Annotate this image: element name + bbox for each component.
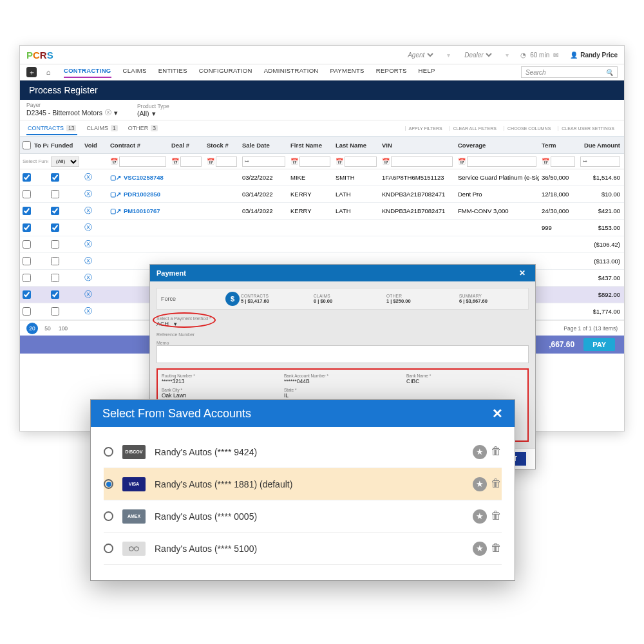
nav-administration[interactable]: ADMINISTRATION xyxy=(264,67,319,78)
row-checkbox[interactable] xyxy=(23,257,31,265)
tab-claims[interactable]: CLAIMS1 xyxy=(85,122,118,134)
nav-claims[interactable]: CLAIMS xyxy=(123,67,147,78)
row-checkbox[interactable] xyxy=(23,223,31,232)
agent-select[interactable]: Agent xyxy=(405,51,435,59)
delete-button[interactable]: 🗑 xyxy=(491,542,502,556)
tab-other[interactable]: OTHER3 xyxy=(127,122,159,134)
due-filter[interactable] xyxy=(580,156,620,167)
payer-select[interactable]: D2345 - Bitterroot Motorsⓧ ▾ xyxy=(26,108,118,117)
table-row[interactable]: ⓧ 999 $153.00 xyxy=(20,220,624,236)
radio-button[interactable] xyxy=(104,447,113,457)
delete-button[interactable]: 🗑 xyxy=(491,477,502,491)
lastname-filter[interactable] xyxy=(345,156,377,167)
table-row[interactable]: ⓧ ($106.42) xyxy=(20,236,624,253)
radio-button[interactable] xyxy=(104,544,113,553)
add-button[interactable]: ＋ xyxy=(26,67,37,77)
row-checkbox[interactable] xyxy=(51,190,59,198)
nav-contracting[interactable]: CONTRACTING xyxy=(64,67,111,78)
favorite-button[interactable]: ★ xyxy=(473,509,487,524)
coverage-filter[interactable] xyxy=(467,156,536,167)
nav-payments[interactable]: PAYMENTS xyxy=(330,67,365,78)
reference-number-field[interactable]: Reference Number xyxy=(156,332,529,337)
nav-reports[interactable]: REPORTS xyxy=(376,67,407,78)
void-icon[interactable]: ⓧ xyxy=(84,205,92,216)
row-checkbox[interactable] xyxy=(23,207,31,215)
void-icon[interactable]: ⓧ xyxy=(84,272,92,283)
row-checkbox[interactable] xyxy=(51,173,59,182)
row-checkbox[interactable] xyxy=(51,240,59,249)
clear-payer-icon[interactable]: ⓧ xyxy=(105,108,111,117)
table-row[interactable]: ⓧ ▢↗PM10010767 03/14/2022 KERRY LATH KND… xyxy=(20,203,624,220)
pagesize-100[interactable]: 100 xyxy=(57,323,69,334)
saved-account-row[interactable]: DISCOV Randy's Autos (**** 9424) ★ 🗑 xyxy=(104,436,502,468)
deal-filter[interactable] xyxy=(180,156,202,167)
apply-filters-button[interactable]: APPLY FILTERS xyxy=(405,126,446,131)
mail-icon[interactable]: ✉ xyxy=(553,52,558,59)
row-checkbox[interactable] xyxy=(51,257,59,265)
void-icon[interactable]: ⓧ xyxy=(84,256,92,267)
vin-filter[interactable] xyxy=(391,156,453,167)
row-checkbox[interactable] xyxy=(23,173,31,182)
void-icon[interactable]: ⓧ xyxy=(84,289,92,300)
payment-method-select[interactable]: Select a Payment Method * ACH ▾ xyxy=(156,314,529,328)
select-all-checkbox[interactable] xyxy=(23,141,31,149)
table-row[interactable]: ⓧ ▢↗VSC10258748 03/22/2022 MIKE SMITH 1F… xyxy=(20,169,624,186)
close-icon[interactable]: ✕ xyxy=(516,267,529,279)
row-checkbox[interactable] xyxy=(51,290,59,299)
row-checkbox[interactable] xyxy=(23,290,31,299)
choose-columns-button[interactable]: CHOOSE COLUMNS xyxy=(504,126,554,131)
row-checkbox[interactable] xyxy=(51,307,59,316)
nav-entities[interactable]: ENTITIES xyxy=(158,67,187,78)
pagesize-50[interactable]: 50 xyxy=(42,323,53,334)
row-checkbox[interactable] xyxy=(23,190,31,198)
favorite-button[interactable]: ★ xyxy=(473,477,487,491)
open-icon[interactable]: ▢↗ xyxy=(110,191,121,198)
close-icon[interactable]: ✕ xyxy=(492,406,503,421)
void-icon[interactable]: ⓧ xyxy=(84,239,92,250)
funded-filter[interactable]: (All) xyxy=(51,156,79,167)
contract-link[interactable]: VSC10258748 xyxy=(124,174,164,181)
pay-button[interactable]: PAY xyxy=(583,338,615,351)
void-icon[interactable]: ⓧ xyxy=(84,172,92,183)
nav-configuration[interactable]: CONFIGURATION xyxy=(199,67,252,78)
void-icon[interactable]: ⓧ xyxy=(84,306,92,317)
open-icon[interactable]: ▢↗ xyxy=(110,207,121,214)
row-checkbox[interactable] xyxy=(51,274,59,282)
pagesize-20[interactable]: 20 xyxy=(26,323,38,334)
row-checkbox[interactable] xyxy=(51,207,59,215)
clear-filters-button[interactable]: CLEAR ALL FILTERS xyxy=(450,126,500,131)
home-button[interactable]: ⌂ xyxy=(43,67,53,77)
table-row[interactable]: ⓧ ▢↗PDR1002850 03/14/2022 KERRY LATH KND… xyxy=(20,186,624,203)
saved-account-row[interactable]: AMEX Randy's Autos (**** 0005) ★ 🗑 xyxy=(104,500,502,533)
row-checkbox[interactable] xyxy=(23,240,31,249)
void-icon[interactable]: ⓧ xyxy=(84,189,92,200)
radio-button[interactable] xyxy=(104,479,113,489)
delete-button[interactable]: 🗑 xyxy=(491,445,502,459)
contract-link[interactable]: PM10010767 xyxy=(124,207,160,214)
memo-field[interactable]: Memo xyxy=(156,341,529,365)
delete-button[interactable]: 🗑 xyxy=(491,509,502,524)
contract-filter[interactable] xyxy=(119,156,166,167)
radio-button[interactable] xyxy=(104,511,113,521)
firstname-filter[interactable] xyxy=(299,156,330,167)
term-filter[interactable] xyxy=(551,156,575,167)
saledate-filter[interactable] xyxy=(242,156,285,167)
open-icon[interactable]: ▢↗ xyxy=(110,174,121,181)
row-checkbox[interactable] xyxy=(23,274,31,282)
tab-contracts[interactable]: CONTRACTS13 xyxy=(26,122,77,135)
user-menu[interactable]: 👤 Randy Price xyxy=(570,52,618,59)
void-icon[interactable]: ⓧ xyxy=(84,222,92,233)
stock-filter[interactable] xyxy=(216,156,237,167)
favorite-button[interactable]: ★ xyxy=(473,542,487,556)
contract-link[interactable]: PDR1002850 xyxy=(124,191,160,198)
row-checkbox[interactable] xyxy=(23,307,31,316)
dealer-select[interactable]: Dealer xyxy=(462,51,494,59)
clear-settings-button[interactable]: CLEAR USER SETTINGS xyxy=(558,126,618,131)
row-checkbox[interactable] xyxy=(51,223,59,232)
saved-account-row[interactable]: ◯◯ Randy's Autos (**** 5100) ★ 🗑 xyxy=(104,533,502,565)
saved-account-row[interactable]: VISA Randy's Autos (**** 1881) (default)… xyxy=(104,468,502,500)
product-type-select[interactable]: (All) ▾ xyxy=(137,109,169,117)
nav-help[interactable]: HELP xyxy=(419,67,435,78)
favorite-button[interactable]: ★ xyxy=(473,445,487,459)
search-input[interactable]: Search 🔍 xyxy=(521,66,618,78)
